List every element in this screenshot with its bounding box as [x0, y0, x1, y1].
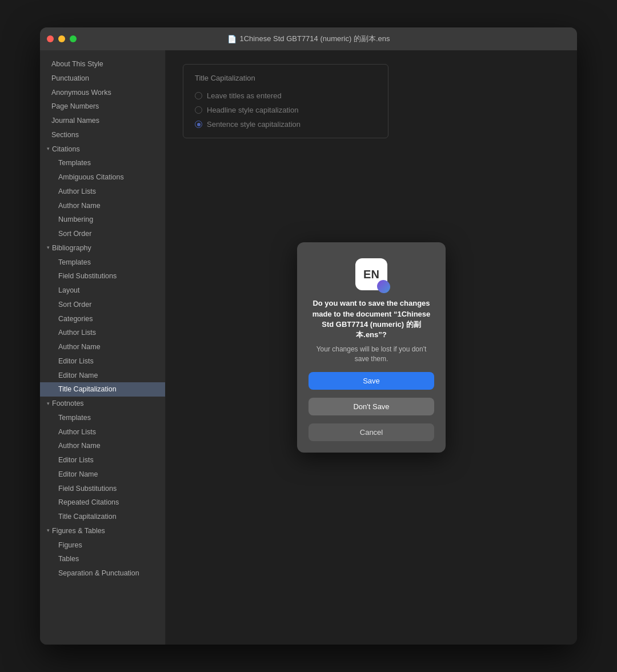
sidebar-item-bibliography-editor-name[interactable]: Editor Name [40, 369, 165, 383]
sidebar-item-bibliography-templates[interactable]: Templates [40, 255, 165, 270]
sidebar-item-footnotes-repeated-cites[interactable]: Repeated Citations [40, 495, 165, 510]
sidebar-item-tables[interactable]: Tables [40, 552, 165, 566]
sidebar-item-footnotes-author-lists[interactable]: Author Lists [40, 425, 165, 439]
sidebar-item-bibliography-layout[interactable]: Layout [40, 283, 165, 298]
sidebar-item-separation-punctuation[interactable]: Separation & Punctuation [40, 566, 165, 581]
sidebar-item-citations-templates[interactable]: Templates [40, 156, 165, 170]
sidebar-item-footnotes-templates[interactable]: Templates [40, 411, 165, 425]
sidebar-item-bibliography-title-cap[interactable]: Title Capitalization [40, 382, 165, 397]
titlebar: 📄 1Chinese Std GBT7714 (numeric) 的副本.ens [40, 27, 577, 50]
save-dialog: EN Do you want to save the changes made … [297, 242, 446, 452]
sidebar-item-bibliography-author-lists[interactable]: Author Lists [40, 326, 165, 340]
minimize-button[interactable] [58, 35, 65, 42]
window-title: 📄 1Chinese Std GBT7714 (numeric) 的副本.ens [227, 34, 390, 44]
app-icon: EN [355, 258, 387, 290]
sidebar-item-journal-names[interactable]: Journal Names [40, 114, 165, 128]
sidebar-item-bibliography-author-name[interactable]: Author Name [40, 340, 165, 354]
app-icon-badge [378, 281, 390, 293]
sidebar-item-citations-sort-order[interactable]: Sort Order [40, 227, 165, 241]
traffic-lights [47, 35, 77, 42]
app-icon-text: EN [363, 268, 379, 281]
sidebar: About This Style Punctuation Anonymous W… [40, 50, 166, 645]
dialog-message: Do you want to save the changes made to … [308, 298, 434, 340]
chevron-down-icon: ▾ [47, 400, 50, 408]
sidebar-item-citations-numbering[interactable]: Numbering [40, 213, 165, 227]
sidebar-item-footnotes-editor-name[interactable]: Editor Name [40, 467, 165, 482]
sidebar-item-footnotes-editor-lists[interactable]: Editor Lists [40, 453, 165, 467]
document-icon: 📄 [227, 35, 237, 43]
sidebar-group-footnotes[interactable]: ▾ Footnotes [40, 397, 165, 411]
sidebar-item-citations-ambiguous[interactable]: Ambiguous Citations [40, 170, 165, 185]
sidebar-item-sections[interactable]: Sections [40, 128, 165, 142]
sidebar-item-footnotes-title-cap[interactable]: Title Capitalization [40, 510, 165, 524]
chevron-down-icon: ▾ [47, 244, 50, 252]
main-content: Title Capitalization Leave titles as ent… [166, 50, 577, 645]
sidebar-item-bibliography-field-subs[interactable]: Field Substitutions [40, 269, 165, 283]
maximize-button[interactable] [70, 35, 77, 42]
sidebar-group-figures-tables[interactable]: ▾ Figures & Tables [40, 524, 165, 538]
sidebar-item-citations-author-name[interactable]: Author Name [40, 199, 165, 213]
close-button[interactable] [47, 35, 54, 42]
sidebar-item-page-numbers[interactable]: Page Numbers [40, 99, 165, 114]
sidebar-item-about-this-style[interactable]: About This Style [40, 57, 165, 71]
sidebar-item-bibliography-sort-order[interactable]: Sort Order [40, 298, 165, 312]
sidebar-item-footnotes-author-name[interactable]: Author Name [40, 439, 165, 453]
sidebar-item-punctuation[interactable]: Punctuation [40, 71, 165, 86]
dont-save-button[interactable]: Don't Save [308, 398, 434, 415]
sidebar-group-citations[interactable]: ▾ Citations [40, 142, 165, 157]
chevron-down-icon: ▾ [47, 527, 50, 535]
sidebar-item-footnotes-field-subs[interactable]: Field Substitutions [40, 482, 165, 496]
application-window: 📄 1Chinese Std GBT7714 (numeric) 的副本.ens… [40, 27, 577, 645]
dialog-overlay: EN Do you want to save the changes made … [166, 50, 577, 645]
sidebar-item-citations-author-lists[interactable]: Author Lists [40, 185, 165, 199]
window-body: About This Style Punctuation Anonymous W… [40, 50, 577, 645]
save-button[interactable]: Save [308, 372, 434, 390]
sidebar-group-bibliography[interactable]: ▾ Bibliography [40, 241, 165, 255]
sidebar-item-bibliography-categories[interactable]: Categories [40, 312, 165, 326]
sidebar-item-anonymous-works[interactable]: Anonymous Works [40, 86, 165, 100]
sidebar-item-figures[interactable]: Figures [40, 538, 165, 553]
chevron-down-icon: ▾ [47, 145, 50, 153]
sidebar-item-bibliography-editor-lists[interactable]: Editor Lists [40, 354, 165, 369]
cancel-button[interactable]: Cancel [308, 423, 434, 441]
dialog-submessage: Your changes will be lost if you don't s… [308, 345, 434, 364]
